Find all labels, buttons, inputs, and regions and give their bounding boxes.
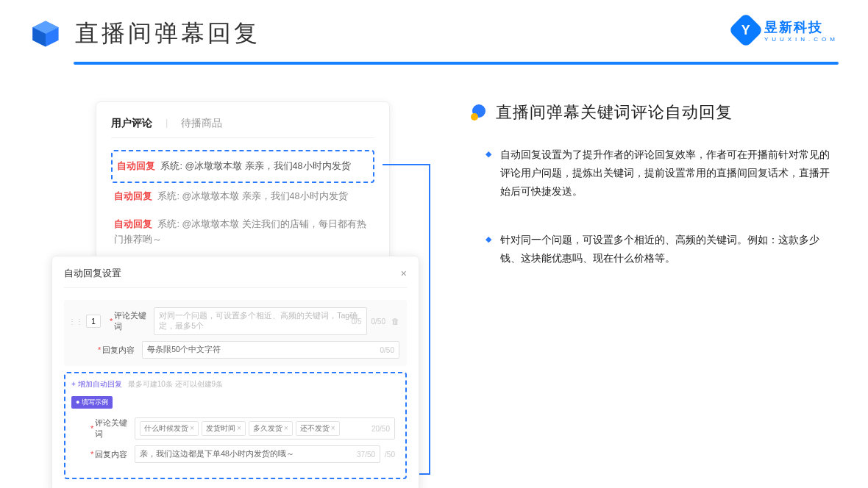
eg-keyword-input[interactable]: 什么时候发货× 发货时间× 多久发货× 还不发货× 20/50 [135,417,395,439]
example-badge: ● 填写示例 [71,396,113,409]
trailing-counter: /50 [385,451,395,459]
required-icon: * [110,317,113,326]
keyword-input[interactable]: 对同一个问题，可设置多个相近、高频的关键词，Tag确定，最多5个 0/5 [154,307,366,335]
label-content: 回复内容 [95,449,135,460]
connector-line [429,164,430,475]
page-title: 直播间弹幕回复 [75,18,260,50]
tab-separator: | [166,117,168,130]
comment-row: 自动回复 系统: @冰墩墩本墩 亲亲，我们48小时内发货 [111,183,374,210]
connector-line [383,164,430,165]
tag[interactable]: 什么时候发货× [140,421,199,436]
comment-row-highlight: 自动回复 系统: @冰墩墩本墩 亲亲，我们48小时内发货 [111,150,374,183]
index-box: 1 [86,315,101,328]
cube-icon [29,18,62,50]
settings-card: 自动回复设置 × ⋮⋮ 1 * 评论关键词 对同一个问题，可设置多个相近、高频的… [51,256,419,488]
tag[interactable]: 还不发货× [296,421,340,436]
add-note: 最多可建10条 还可以创建9条 [128,379,223,390]
required-icon: * [98,345,101,354]
eg-content-input[interactable]: 亲，我们这边都是下单48小时内发货的哦～ 37/50 [135,445,380,463]
bullet-item: 自动回复设置为了提升作者的评论回复效率，作者可在开播前针对常见的评论用户问题，提… [485,146,839,201]
section-title: 直播间弹幕关键词评论自动回复 [496,101,733,123]
drag-handle-icon[interactable]: ⋮⋮ [68,317,83,326]
required-icon: * [90,450,93,459]
label-keyword: 评论关键词 [95,417,135,439]
header-divider [74,62,839,65]
tab-user-comments[interactable]: 用户评论 [111,117,152,130]
trash-icon[interactable]: 🗑 [391,317,399,326]
add-autoreply-link[interactable]: + 增加自动回复 [71,379,122,390]
brand-logo: Y 昱新科技 YUUXIN.COM [733,18,839,43]
tag[interactable]: 多久发货× [249,421,293,436]
tag[interactable]: 发货时间× [202,421,246,436]
label-keyword: 评论关键词 [114,310,154,332]
outer-counter: 0/50 [371,317,385,326]
required-icon: * [90,424,93,433]
content-input[interactable]: 每条限50个中文字符 0/50 [142,341,399,359]
label-content: 回复内容 [102,345,142,356]
close-icon[interactable]: × [401,268,407,279]
bullet-item: 针对同一个问题，可设置多个相近的、高频的关键词。例如：这款多少钱、这块能优惠吗、… [485,231,839,268]
settings-title: 自动回复设置 [64,267,121,280]
section-icon [471,104,487,121]
example-section: + 增加自动回复 最多可建10条 还可以创建9条 ● 填写示例 * 评论关键词 … [64,372,407,479]
comment-row: 自动回复 系统: @冰墩墩本墩 关注我们的店铺，每日都有热门推荐哟～ [111,211,374,254]
tab-pending-goods[interactable]: 待播商品 [181,117,222,130]
